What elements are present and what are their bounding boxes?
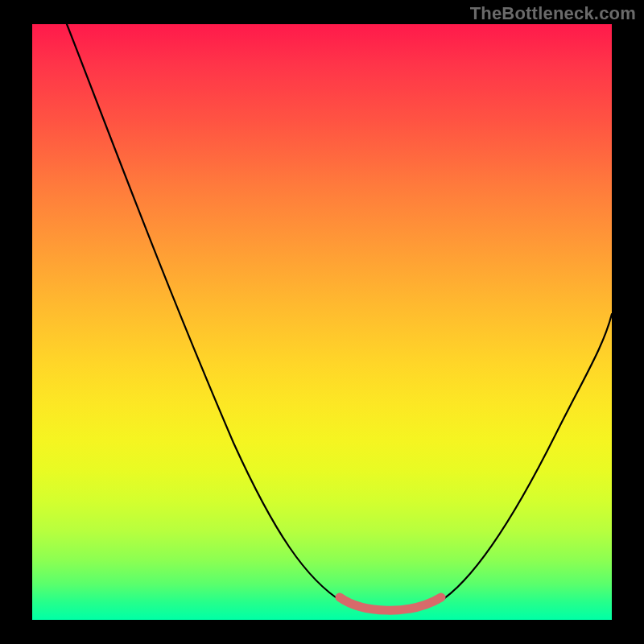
curve-highlight (340, 597, 441, 610)
curve-svg (32, 24, 612, 620)
chart-frame: TheBottleneck.com (0, 0, 644, 644)
watermark-text: TheBottleneck.com (470, 3, 636, 24)
curve-left-branch (67, 24, 343, 602)
curve-right-branch (439, 314, 612, 602)
plot-area (32, 24, 612, 620)
